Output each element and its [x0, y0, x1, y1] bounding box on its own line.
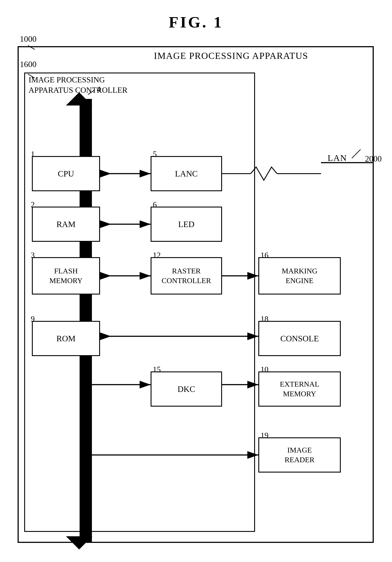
block-flash: FLASHMEMORY [32, 257, 100, 294]
block-dkc: DKC [151, 371, 222, 407]
block-led: LED [151, 207, 222, 242]
block-extmem: EXTERNALMEMORY [258, 371, 341, 407]
lan-label: LAN [328, 153, 347, 163]
label-1000: 1000 [20, 34, 36, 44]
block-rom: ROM [32, 321, 100, 356]
block-lanc: LANC [151, 156, 222, 191]
block-raster: RASTERCONTROLLER [151, 257, 222, 294]
block-imgread: IMAGEREADER [258, 437, 341, 473]
apparatus-title: IMAGE PROCESSING APPARATUS [154, 51, 308, 61]
label-1600: 1600 [20, 59, 36, 69]
block-marking: MARKINGENGINE [258, 257, 341, 294]
block-console: CONSOLE [258, 321, 341, 356]
controller-box [24, 72, 255, 532]
lan-ref: 2000 [365, 154, 382, 164]
block-cpu: CPU [32, 156, 100, 191]
ref-bus: 4 [97, 85, 101, 94]
block-ram: RAM [32, 207, 100, 242]
controller-title: IMAGE PROCESSINGAPPARATUS CONTROLLER [29, 75, 128, 95]
page-title: FIG. 1 [0, 0, 392, 40]
